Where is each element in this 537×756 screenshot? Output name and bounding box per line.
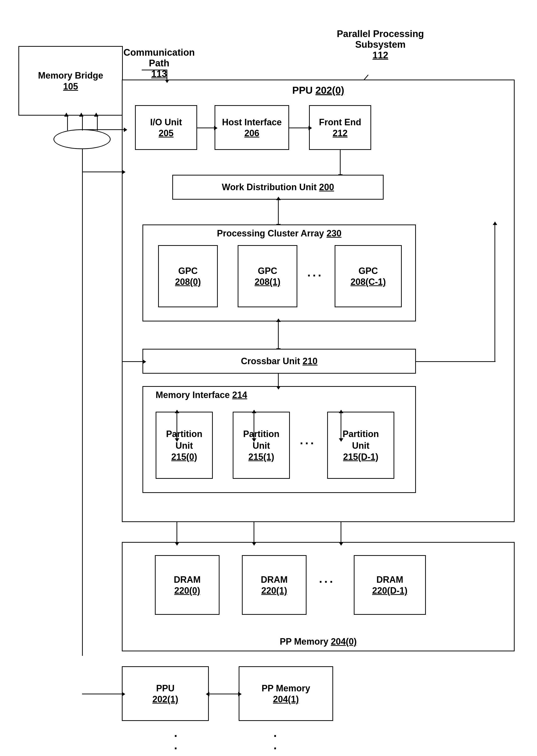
front-end-box: Front End 212 (309, 105, 371, 150)
comm-path-label: Communication Path 113 (122, 47, 196, 79)
part-d1-label: PartitionUnit (343, 428, 379, 452)
arrow-part0-dram0 (177, 522, 177, 543)
gpc-c1-box: GPC 208(C-1) (335, 245, 402, 307)
dram-d1-box: DRAM 220(D-1) (354, 555, 426, 615)
part-d1-id: 215(D-1) (343, 452, 378, 462)
arrow-host-frontend (289, 128, 309, 128)
arrow-mb-head-2 (79, 113, 84, 117)
dots-4: . (273, 726, 277, 739)
part-1-label: PartitionUnit (243, 428, 279, 452)
host-interface-id: 206 (244, 128, 259, 139)
arrow-cluster-crossbar (278, 321, 279, 349)
dram-d1-label: DRAM (376, 574, 403, 586)
front-end-id: 212 (333, 128, 348, 139)
part-d1-box: PartitionUnit 215(D-1) (327, 412, 394, 479)
dots-6: . (273, 751, 277, 756)
parallel-subsystem-label: Parallel Processing Subsystem 112 (316, 28, 445, 61)
gpc-1-id: 208(1) (255, 277, 280, 287)
arrow-partd1-dramd1 (341, 522, 341, 543)
arrow-mb-head-1 (64, 113, 69, 117)
arrow-bus-io (82, 129, 124, 130)
io-unit-label: I/O Unit (150, 117, 182, 128)
proc-cluster-label: Processing Cluster Array 230 (217, 228, 342, 238)
part-0-label: PartitionUnit (166, 428, 202, 452)
dram-0-id: 220(0) (174, 585, 200, 596)
arrow-part1-dram1 (254, 522, 254, 543)
crossbar-label: Crossbar Unit 210 (241, 356, 317, 367)
part-0-id: 215(0) (171, 452, 197, 462)
gpc-1-label: GPC (258, 265, 277, 277)
dram-0-box: DRAM 220(0) (155, 555, 220, 615)
arrow-ppu1-ppmem1 (209, 694, 239, 694)
pp-mem-1-label: PP Memory (262, 683, 310, 694)
arrow-crossbar-memintf (278, 374, 279, 386)
work-dist-label: Work Distribution Unit 200 (222, 182, 334, 192)
work-dist-box: Work Distribution Unit 200 (172, 175, 384, 200)
gpc-0-label: GPC (178, 265, 198, 277)
arrow-mb-1 (67, 116, 68, 131)
arrow-crossbar-right (416, 361, 495, 362)
pp-memory-0-label: PP Memory 204(0) (280, 636, 356, 647)
dram-1-box: DRAM 220(1) (242, 555, 307, 615)
gpc-1-box: GPC 208(1) (238, 245, 297, 307)
dots-3: . (174, 751, 177, 756)
mem-interface-label: Memory Interface 214 (156, 390, 247, 400)
ppu-1-label: PPU (156, 683, 175, 694)
arrow-memintf-part1 (254, 413, 254, 439)
dram-d1-id: 220(D-1) (372, 585, 407, 596)
arrow-comm-ppu-h (142, 70, 167, 70)
pp-memory-0-box: DRAM 220(0) DRAM 220(1) ··· DRAM 220(D-1… (122, 542, 515, 651)
host-interface-label: Host Interface (222, 117, 282, 128)
ppu-202-0-box: PPU 202(0) I/O Unit 205 Host Interface 2… (122, 80, 515, 522)
arrow-io-crossbar (123, 361, 143, 362)
pp-mem-1-id: 204(1) (273, 694, 299, 704)
memory-bridge-label: Memory Bridge (38, 70, 103, 82)
dots-1: . (174, 726, 177, 739)
ppu-202-0-label: PPU 202(0) (292, 85, 344, 96)
memory-bridge-id: 105 (63, 81, 78, 92)
ppu-1-box: PPU 202(1) (122, 666, 209, 721)
front-end-label: Front End (319, 117, 361, 128)
arrow-crossbar-right-up (494, 224, 495, 362)
gpc-0-box: GPC 208(0) (158, 245, 218, 307)
part-1-box: PartitionUnit 215(1) (233, 412, 290, 479)
diagram-container: Memory Bridge 105 Communication Path 113… (0, 0, 537, 756)
left-bus-line (82, 149, 83, 656)
mem-interface-box: Memory Interface 214 PartitionUnit 215(0… (143, 386, 416, 493)
pp-mem-1-box: PP Memory 204(1) (239, 666, 333, 721)
host-interface-box: Host Interface 206 (215, 105, 289, 150)
arrow-mb-2 (82, 116, 83, 131)
arrow-memintf-part0 (177, 413, 177, 439)
bus-ellipse (54, 129, 111, 149)
io-unit-box: I/O Unit 205 (135, 105, 197, 150)
gpc-0-id: 208(0) (175, 277, 201, 287)
memory-bridge-box: Memory Bridge 105 (19, 46, 123, 116)
arrow-mb-3 (97, 116, 98, 131)
dram-1-label: DRAM (261, 574, 288, 586)
arrow-io-host (197, 128, 215, 128)
arrow-comm-ppu-v (167, 70, 167, 80)
dram-1-id: 220(1) (261, 585, 287, 596)
arrow-bus-ppu1 (82, 694, 122, 694)
part-1-id: 215(1) (248, 452, 274, 462)
crossbar-box: Crossbar Unit 210 (143, 349, 416, 374)
io-unit-id: 205 (159, 128, 174, 139)
proc-cluster-box: Processing Cluster Array 230 GPC 208(0) … (143, 224, 416, 321)
gpc-dots: ··· (307, 269, 323, 282)
arrow-workdist-cluster (278, 200, 279, 224)
part-0-box: PartitionUnit 215(0) (156, 412, 213, 479)
arrow-mb-head-3 (94, 113, 99, 117)
ppu-1-id: 202(1) (152, 694, 178, 704)
arrow-memintf-partd1 (341, 413, 341, 439)
dots-2: . (174, 738, 177, 752)
dram-dots: ··· (319, 575, 335, 589)
gpc-c1-label: GPC (358, 265, 378, 277)
gpc-c1-id: 208(C-1) (351, 277, 386, 287)
arrow-bus-iou (82, 172, 123, 172)
part-dots: ··· (300, 437, 316, 450)
dram-0-label: DRAM (174, 574, 201, 586)
arrow-frontend-workdist (340, 150, 341, 175)
dots-5: . (273, 738, 277, 752)
